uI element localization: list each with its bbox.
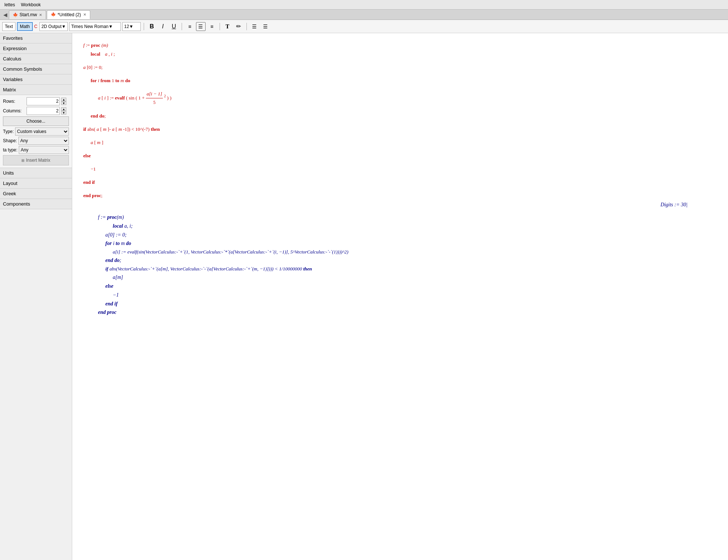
columns-up[interactable]: ▲: [61, 107, 66, 111]
sidebar-item-components[interactable]: Components: [0, 199, 72, 209]
matrix-section: Rows: ▲ ▼ Columns: ▲ ▼ Choose... Type:: [0, 95, 72, 168]
bullet-list-button[interactable]: ☰: [250, 22, 259, 31]
tab-start-label: Start.mw: [20, 12, 37, 17]
output-line-9: else: [98, 282, 717, 291]
sidebar-item-variables[interactable]: Variables: [0, 74, 72, 85]
data-type-label: ta type:: [3, 147, 17, 153]
output-line-8: a[m]: [98, 273, 717, 282]
font-size-label: 12: [124, 24, 129, 29]
spacer-4: [83, 108, 717, 111]
spacer-2: [83, 72, 717, 76]
output-block: f := proc(m) local a, i; a[0] := 0; for …: [83, 213, 717, 317]
data-type-select[interactable]: Any: [19, 146, 69, 154]
font-size-dropdown[interactable]: 12 ▼: [122, 22, 141, 31]
output-line-7: if abs(VectorCalculus:-`+`(a[m], VectorC…: [98, 265, 717, 273]
code-line-11: end if: [83, 178, 717, 186]
output-line-4: for i to m do: [98, 239, 717, 248]
toolbar-sep-2: [182, 23, 182, 30]
sidebar-item-matrix[interactable]: Matrix: [0, 85, 72, 95]
columns-label: Columns:: [3, 108, 25, 113]
insert-matrix-label: Insert Matrix: [26, 158, 50, 163]
text-color-button[interactable]: 𝐓: [223, 22, 232, 31]
tab-start-close[interactable]: ✕: [39, 13, 42, 17]
tab-collapse-btn[interactable]: ◀: [1, 10, 9, 20]
sidebar-item-expression[interactable]: Expression: [0, 43, 72, 54]
type-label: Type:: [3, 129, 14, 134]
tab-untitled2-label: *Untitled (2): [57, 12, 81, 17]
numbered-list-button[interactable]: ☰: [261, 22, 270, 31]
toolbar: Text Math C 2D Output ▼ Times New Roman …: [0, 20, 728, 33]
menu-lettes[interactable]: lettes: [1, 1, 18, 8]
rows-down[interactable]: ▼: [61, 101, 66, 105]
c-prefix: C: [34, 24, 38, 29]
code-line-8: a [ m ]: [91, 139, 717, 147]
insert-matrix-button[interactable]: ⊞ Insert Matrix: [3, 155, 69, 165]
columns-spinner[interactable]: ▲ ▼: [61, 107, 66, 115]
digits-text: Digits := 30|: [661, 202, 687, 207]
code-line-6: end do;: [91, 112, 717, 120]
rows-spinner[interactable]: ▲ ▼: [61, 98, 66, 105]
font-size-chevron: ▼: [129, 24, 133, 29]
rows-label: Rows:: [3, 99, 25, 104]
output-line-10: −1: [98, 291, 717, 300]
text-button[interactable]: Text: [2, 22, 15, 31]
font-name-label: Times New Roman: [71, 24, 109, 29]
sidebar-item-greek[interactable]: Greek: [0, 189, 72, 199]
output-dropdown[interactable]: 2D Output ▼: [39, 22, 68, 31]
italic-button[interactable]: I: [158, 22, 168, 31]
editor-panel[interactable]: f := proc (m) local a , i ; a [0] := 0; …: [72, 33, 728, 560]
rows-up[interactable]: ▲: [61, 98, 66, 101]
output-line-1: f := proc(m): [98, 213, 717, 222]
main-content: Favorites Expression Calculus Common Sym…: [0, 33, 728, 560]
math-button[interactable]: Math: [17, 22, 33, 31]
font-name-chevron: ▼: [109, 24, 113, 29]
shape-label: Shape:: [3, 138, 17, 143]
tab-untitled2[interactable]: 🍁 *Untitled (2) ✕: [47, 10, 90, 19]
sidebar-item-units[interactable]: Units: [0, 168, 72, 178]
sidebar-item-calculus[interactable]: Calculus: [0, 54, 72, 64]
sidebar-item-common-symbols[interactable]: Common Symbols: [0, 64, 72, 74]
shape-select[interactable]: Any: [18, 137, 69, 145]
columns-down[interactable]: ▼: [61, 111, 66, 115]
output-line-2: local a, i;: [105, 222, 717, 231]
output-label: 2D Output: [41, 24, 62, 29]
output-line-11: end if: [98, 300, 717, 308]
toolbar-sep-3: [220, 23, 220, 30]
underline-button[interactable]: U: [169, 22, 179, 31]
sidebar-item-favorites[interactable]: Favorites: [0, 33, 72, 43]
tab-bar: ◀ 🍁 Start.mw ✕ 🍁 *Untitled (2) ✕: [0, 10, 728, 20]
code-line-3: a [0] := 0;: [83, 63, 717, 71]
align-center-button[interactable]: ☰: [196, 22, 206, 31]
tab-start[interactable]: 🍁 Start.mw ✕: [9, 10, 46, 19]
spacer-1: [83, 59, 717, 63]
choose-button[interactable]: Choose...: [3, 116, 69, 126]
columns-input[interactable]: [27, 107, 60, 115]
type-select[interactable]: Custom values: [15, 127, 69, 136]
menu-workbook[interactable]: Workbook: [18, 1, 44, 8]
tab-untitled2-close[interactable]: ✕: [83, 13, 86, 17]
code-line-4: for i from 1 to m do: [91, 77, 717, 85]
code-line-5: a [ i ] := evalf ( sin ( 1 + a[i − 1] 5 …: [98, 90, 717, 106]
highlight-button[interactable]: ✏: [234, 22, 244, 31]
tab-untitled2-icon: 🍁: [51, 12, 56, 17]
spacer-10: [83, 187, 717, 191]
output-chevron: ▼: [62, 24, 66, 29]
toolbar-sep-1: [144, 23, 144, 30]
code-line-7: if abs( a [ m ]- a [ m -1]) < 10^(-7) th…: [83, 125, 717, 133]
spacer-7: [83, 147, 717, 151]
sidebar-item-layout[interactable]: Layout: [0, 178, 72, 189]
spacer-6: [83, 134, 717, 138]
font-name-dropdown[interactable]: Times New Roman ▼: [69, 22, 121, 31]
output-line-6: end do;: [98, 256, 717, 265]
rows-input[interactable]: [27, 97, 60, 105]
code-line-9: else: [83, 152, 717, 160]
code-line-12: end proc;: [83, 192, 717, 200]
spacer-8: [83, 161, 717, 164]
align-right-button[interactable]: ≡: [207, 22, 217, 31]
output-line-5: a[i] := evalf(sin(VectorCalculus:-`+`(1,…: [98, 248, 717, 256]
bold-button[interactable]: B: [147, 22, 157, 31]
tab-start-icon: 🍁: [13, 13, 18, 17]
output-line-12: end proc: [98, 308, 717, 317]
code-block: f := proc (m) local a , i ; a [0] := 0; …: [83, 41, 717, 317]
align-left-button[interactable]: ≡: [185, 22, 195, 31]
